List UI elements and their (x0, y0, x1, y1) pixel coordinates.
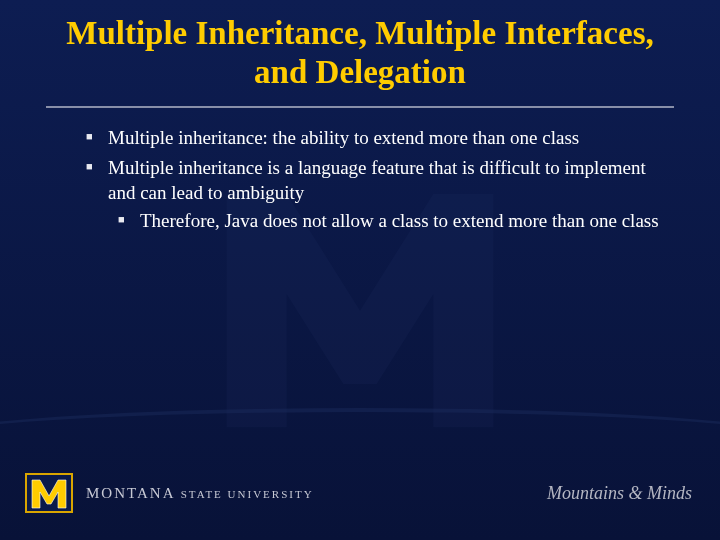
slide-title: Multiple Inheritance, Multiple Interface… (60, 14, 660, 92)
university-name: MONTANA STATE UNIVERSITY (86, 485, 314, 502)
bullet-level2: Therefore, Java does not allow a class t… (118, 209, 660, 233)
m-logo-icon (24, 468, 74, 518)
university-name-line1: MONTANA STATE UNIVERSITY (86, 485, 314, 502)
bullet-text: Multiple inheritance is a language featu… (108, 157, 646, 202)
tagline-ampersand-icon: & (628, 483, 642, 503)
slide-footer: MONTANA STATE UNIVERSITY Mountains & Min… (0, 458, 720, 528)
title-underline (46, 106, 674, 108)
tagline: Mountains & Minds (547, 483, 692, 504)
decorative-arc (0, 408, 720, 442)
bullet-level1: Multiple inheritance is a language featu… (86, 156, 660, 233)
tagline-pre: Mountains (547, 483, 624, 503)
tagline-post: Minds (647, 483, 692, 503)
university-logo-block: MONTANA STATE UNIVERSITY (24, 468, 314, 518)
slide-content: Multiple inheritance: the ability to ext… (86, 126, 660, 239)
bullet-level1: Multiple inheritance: the ability to ext… (86, 126, 660, 150)
slide: Multiple Inheritance, Multiple Interface… (0, 0, 720, 540)
